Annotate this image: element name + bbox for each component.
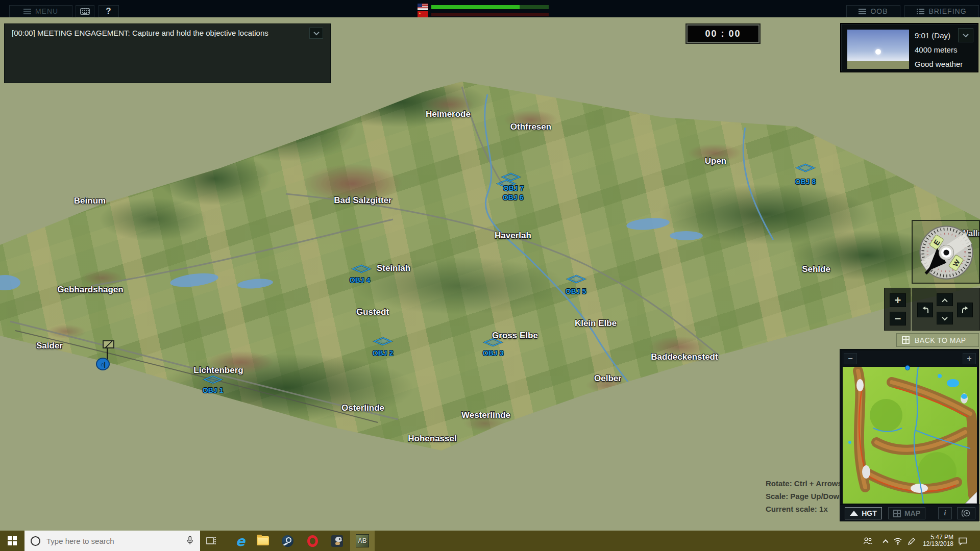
taskbar-gimp-icon[interactable] <box>326 531 348 551</box>
help-label: ? <box>106 6 111 16</box>
menu-label: MENU <box>35 7 58 15</box>
hgt-label: HGT <box>862 509 877 517</box>
minimap-toolbar: HGT MAP i <box>840 504 979 521</box>
minimap-hgt-button[interactable]: HGT <box>845 507 882 519</box>
minimap-zoom-slider[interactable]: − + <box>842 351 978 366</box>
weather-collapse-button[interactable] <box>958 28 973 42</box>
taskbar-armored-brigade-icon[interactable]: AB <box>350 531 375 551</box>
mountain-icon <box>850 511 858 516</box>
help-button[interactable]: ? <box>99 5 119 17</box>
lake <box>670 231 703 240</box>
minimap-zoom-out-button[interactable]: − <box>844 353 857 364</box>
back-to-map-button[interactable]: BACK TO MAP <box>896 333 979 347</box>
taskbar-search[interactable] <box>24 531 200 551</box>
zoom-out-button[interactable]: − <box>890 312 906 325</box>
chevron-down-icon <box>313 30 319 35</box>
windows-logo-icon <box>8 536 17 545</box>
taskbar-file-explorer-icon[interactable] <box>252 531 274 551</box>
task-view-icon <box>206 536 216 545</box>
minimap-locate-button[interactable] <box>957 507 975 519</box>
weather-visibility: 4000 meters <box>915 45 957 54</box>
rotate-right-icon <box>961 306 969 314</box>
sky-preview-image <box>847 30 909 69</box>
armored-brigade-icon: AB <box>356 534 369 547</box>
minimap-slider-handle[interactable] <box>905 365 910 370</box>
mission-timer: 00 : 00 <box>687 24 760 43</box>
pen-icon <box>908 537 916 545</box>
mission-message: [00:00] MEETING ENGAGEMENT: Capture and … <box>12 29 268 37</box>
minus-icon: − <box>895 312 901 325</box>
tray-people-button[interactable] <box>861 531 874 551</box>
minimap-zoom-in-button[interactable]: + <box>963 353 976 364</box>
message-collapse-button[interactable] <box>309 28 323 39</box>
grid-icon <box>902 336 910 344</box>
rotate-left-icon <box>921 306 929 314</box>
compass-rose-icon: E W <box>918 224 975 281</box>
back-to-map-label: BACK TO MAP <box>915 336 966 344</box>
hq-flag-icon <box>103 340 114 348</box>
opera-icon <box>307 535 318 547</box>
taskbar-edge-icon[interactable]: e <box>229 531 252 551</box>
timer-value: 00 : 00 <box>705 29 741 39</box>
start-button[interactable] <box>0 531 24 551</box>
windows-taskbar: e AB <box>0 531 980 551</box>
taskbar-steam-icon[interactable] <box>276 531 299 551</box>
minimap-heightmap[interactable] <box>843 367 977 504</box>
rotate-pad <box>912 288 980 331</box>
tray-overflow-button[interactable] <box>880 531 891 551</box>
plus-icon: + <box>895 294 901 307</box>
tilt-down-button[interactable] <box>937 312 953 324</box>
game-screen: HeimerodeOthfresenUpenBeinumBad Salzgitt… <box>0 0 980 551</box>
minimap-panel: − + <box>840 349 979 521</box>
tilt-up-button[interactable] <box>937 293 953 306</box>
search-input[interactable] <box>46 537 164 545</box>
gimp-icon <box>331 535 343 547</box>
message-log-panel: [00:00] MEETING ENGAGEMENT: Capture and … <box>4 23 331 83</box>
chevron-up-icon <box>942 298 947 304</box>
locate-rings-icon <box>962 509 971 518</box>
top-bar: MENU ? OOB BRIEFING <box>0 0 980 17</box>
rotate-right-button[interactable] <box>957 303 973 317</box>
weather-condition: Good weather <box>915 60 963 68</box>
folder-icon <box>257 536 269 545</box>
oob-button[interactable]: OOB <box>846 5 900 17</box>
microphone-icon[interactable] <box>186 536 194 546</box>
ussr-score-bar <box>431 13 549 16</box>
terrain-3d[interactable] <box>0 17 980 531</box>
unit-marker-icon[interactable] <box>96 358 110 370</box>
clock-date: 12/13/2018 <box>923 541 953 547</box>
weather-time: 9:01 (Day) <box>915 31 950 40</box>
briefing-list-icon <box>917 9 924 14</box>
briefing-button[interactable]: BRIEFING <box>904 5 979 17</box>
people-icon <box>863 537 872 545</box>
heightmap-image <box>843 367 977 504</box>
grid-icon <box>893 510 901 517</box>
oob-list-icon <box>859 9 866 14</box>
task-view-button[interactable] <box>201 531 222 551</box>
zoom-in-button[interactable]: + <box>890 293 906 307</box>
compass-panel[interactable]: E W <box>912 220 980 284</box>
briefing-label: BRIEFING <box>928 7 966 15</box>
chevron-down-icon <box>942 314 947 320</box>
sun-icon <box>875 49 881 55</box>
us-flag-icon <box>418 4 428 10</box>
map-viewport[interactable] <box>0 17 980 531</box>
plus-icon: + <box>967 354 971 363</box>
keyboard-shortcuts-button[interactable] <box>76 5 94 17</box>
steam-icon <box>282 535 293 547</box>
minimap-info-button[interactable]: i <box>938 507 952 519</box>
chevron-down-icon <box>963 32 968 37</box>
tray-pen-button[interactable] <box>905 531 918 551</box>
ussr-flag-icon <box>418 11 428 17</box>
rotate-left-button[interactable] <box>917 303 933 317</box>
us-score-fill <box>431 5 520 9</box>
tray-network-button[interactable] <box>892 531 903 551</box>
hamburger-icon <box>23 9 31 14</box>
taskbar-opera-icon[interactable] <box>301 531 324 551</box>
oob-label: OOB <box>870 7 888 15</box>
tray-clock[interactable]: 5:47 PM 12/13/2018 <box>920 531 953 551</box>
action-center-button[interactable] <box>955 531 970 551</box>
menu-button[interactable]: MENU <box>9 5 72 17</box>
weather-panel: 9:01 (Day) 4000 meters Good weather <box>840 23 978 72</box>
minimap-map-button[interactable]: MAP <box>888 507 925 519</box>
